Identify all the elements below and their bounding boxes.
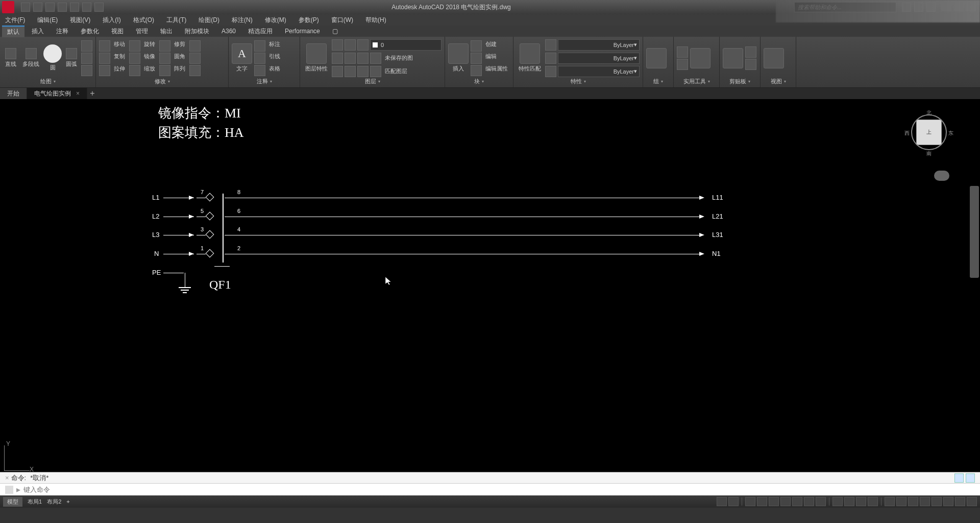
layer-state3-icon[interactable] <box>357 39 369 51</box>
select-icon[interactable] <box>677 59 688 70</box>
layer-b4-icon[interactable] <box>370 66 381 77</box>
create-block-icon[interactable] <box>471 40 482 52</box>
ribbon-tab-view[interactable]: 视图 <box>106 26 129 37</box>
command-input[interactable] <box>23 486 975 493</box>
ribbon-tab-addon[interactable]: 附加模块 <box>180 26 214 37</box>
draw-extra2-icon[interactable] <box>81 53 92 64</box>
edit-attr-icon[interactable] <box>471 65 482 76</box>
cmd-prompt-icon[interactable] <box>5 486 13 494</box>
stat-isolate-icon[interactable] <box>932 497 942 506</box>
cmd-opt2-icon[interactable] <box>966 473 975 483</box>
ribbon-tab-extra[interactable]: ▢ <box>327 27 343 36</box>
mod-extra1-icon[interactable] <box>189 40 201 52</box>
layer-b2-icon[interactable] <box>345 66 356 77</box>
stat-2d3d-icon[interactable] <box>844 497 854 506</box>
panel-group-title[interactable]: 组 <box>646 77 670 85</box>
panel-draw-title[interactable]: 绘图 <box>3 77 92 85</box>
stat-workspace-icon[interactable] <box>885 497 895 506</box>
stat-cycle-icon[interactable] <box>832 497 843 506</box>
mod-extra2-icon[interactable] <box>189 53 201 64</box>
stat-transp-icon[interactable] <box>816 497 826 506</box>
qat-undo-icon[interactable] <box>82 3 91 12</box>
qat-new-icon[interactable] <box>21 3 30 12</box>
qat-saveas-icon[interactable] <box>58 3 67 12</box>
arc-icon[interactable] <box>66 48 77 59</box>
layer-dropdown[interactable]: 0 <box>370 39 442 51</box>
menu-modify[interactable]: 修改(M) <box>262 15 289 26</box>
ribbon-tab-insert[interactable]: 插入 <box>27 26 49 37</box>
viewcube-west[interactable]: 西 <box>904 130 910 137</box>
viewcube-ring[interactable] <box>911 114 947 150</box>
menu-draw[interactable]: 绘图(D) <box>195 15 223 26</box>
menu-file[interactable]: 文件(F) <box>2 15 28 26</box>
copy-icon[interactable] <box>99 53 110 64</box>
file-tab-current[interactable]: 电气绘图实例× <box>27 88 87 99</box>
lineweight-icon[interactable] <box>545 53 556 64</box>
tab-add-layout[interactable]: + <box>66 498 69 505</box>
panel-layer-title[interactable]: 图层 <box>303 77 442 85</box>
layer-t4-icon[interactable] <box>370 53 381 64</box>
scale-icon[interactable] <box>129 65 140 76</box>
panel-clip-title[interactable]: 剪贴板 <box>723 77 757 85</box>
stat-otrack-icon[interactable] <box>792 497 802 506</box>
rotate-icon[interactable] <box>129 40 140 52</box>
layer-t2-icon[interactable] <box>345 53 356 64</box>
menu-dim[interactable]: 标注(N) <box>229 15 256 26</box>
viewcube-north[interactable]: 北 <box>926 109 932 116</box>
tab-layout2[interactable]: 布局2 <box>47 498 61 506</box>
stat-custom-icon[interactable] <box>967 497 977 506</box>
menu-help[interactable]: 帮助(H) <box>362 15 389 26</box>
stretch-icon[interactable] <box>99 65 110 76</box>
menu-window[interactable]: 窗口(W) <box>328 15 356 26</box>
qat-plot-icon[interactable] <box>70 3 79 12</box>
trim-icon[interactable] <box>159 40 170 52</box>
leader-icon[interactable] <box>254 53 265 64</box>
util-icon[interactable] <box>690 48 710 68</box>
layer-props-icon[interactable] <box>306 43 327 64</box>
stat-polar-icon[interactable] <box>769 497 779 506</box>
stat-ortho-icon[interactable] <box>757 497 767 506</box>
ribbon-tab-output[interactable]: 输出 <box>155 26 178 37</box>
app-icon[interactable] <box>2 1 14 13</box>
panel-annot-title[interactable]: 注释 <box>232 77 297 85</box>
stat-lwt-icon[interactable] <box>804 497 814 506</box>
cut-icon[interactable] <box>745 46 756 58</box>
panel-prop-title[interactable]: 特性 <box>517 77 640 85</box>
clip-copy-icon[interactable] <box>745 59 756 70</box>
layer-state2-icon[interactable] <box>345 39 356 51</box>
ribbon-tab-featured[interactable]: 精选应用 <box>243 26 278 37</box>
measure-icon[interactable] <box>677 46 688 58</box>
line-icon[interactable] <box>5 48 16 59</box>
base-view-icon[interactable] <box>764 48 784 68</box>
stat-anno-icon[interactable] <box>856 497 866 506</box>
menu-tools[interactable]: 工具(T) <box>163 15 189 26</box>
menu-format[interactable]: 格式(O) <box>130 15 157 26</box>
cmd-close-icon[interactable]: × <box>5 474 9 482</box>
mirror-icon[interactable] <box>129 53 140 64</box>
drawing-canvas[interactable]: 镜像指令：MI 图案填充：HA L1 L2 L3 N PE L11 L21 L3… <box>0 99 980 472</box>
layer-b3-icon[interactable] <box>357 66 369 77</box>
stat-lock-icon[interactable] <box>896 497 906 506</box>
stat-hardware-icon[interactable] <box>943 497 953 506</box>
stat-scale-icon[interactable] <box>868 497 878 506</box>
ribbon-tab-a360[interactable]: A360 <box>216 27 241 36</box>
linetype-dropdown[interactable]: ByLayer ▾ <box>558 66 640 77</box>
color-swatch-icon[interactable] <box>545 39 556 51</box>
text-icon[interactable]: A <box>232 43 252 64</box>
layer-b1-icon[interactable] <box>332 66 343 77</box>
tab-model[interactable]: 模型 <box>3 497 22 507</box>
stat-snap-icon[interactable] <box>745 497 755 506</box>
panel-block-title[interactable]: 块 <box>448 77 510 85</box>
menu-view[interactable]: 视图(V) <box>67 15 93 26</box>
qat-open-icon[interactable] <box>33 3 42 12</box>
viewcube-east[interactable]: 东 <box>948 130 953 137</box>
menu-param[interactable]: 参数(P) <box>296 15 322 26</box>
move-icon[interactable] <box>99 40 110 52</box>
stat-osnap-icon[interactable] <box>780 497 791 506</box>
qat-redo-icon[interactable] <box>94 3 104 12</box>
menu-edit[interactable]: 编辑(E) <box>34 15 61 26</box>
stat-qp-icon[interactable] <box>908 497 918 506</box>
stat-units-icon[interactable] <box>920 497 930 506</box>
ribbon-tab-default[interactable]: 默认 <box>2 26 24 37</box>
layer-t1-icon[interactable] <box>332 53 343 64</box>
